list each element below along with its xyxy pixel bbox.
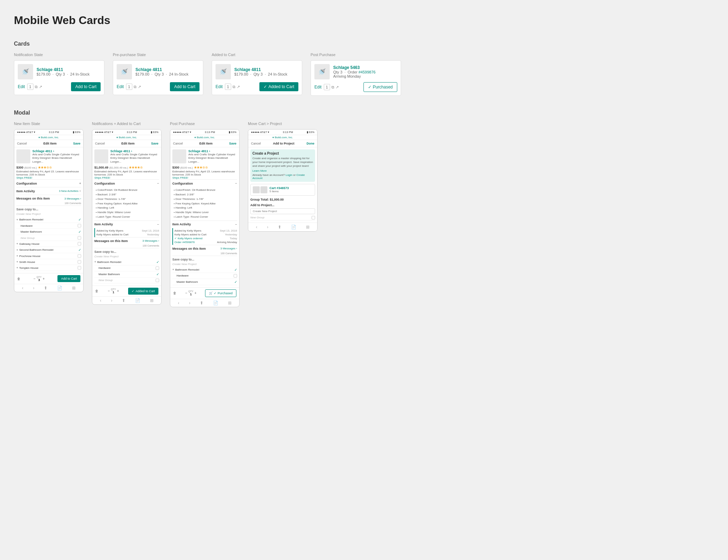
share-icon[interactable]: ↗ [138,85,141,89]
project-sub-item[interactable]: Master Bathroom ✓ [172,279,237,285]
nav-cancel[interactable]: Cancel [95,142,105,145]
qty-plus-button[interactable]: + [117,289,119,293]
bookmark-icon[interactable]: 📄 [135,298,140,303]
nav-save[interactable]: Save [151,142,158,145]
qty-plus-button[interactable]: + [42,277,45,281]
share-icon[interactable]: ⬆ [200,301,203,305]
delete-button[interactable]: 🗑 [17,277,21,281]
edit-link[interactable]: Edit [117,84,124,89]
back-icon[interactable]: ‹ [22,286,23,290]
share-icon[interactable]: ⬆ [122,298,125,303]
check-box [234,274,237,278]
new-group-row[interactable]: New Group [250,215,315,220]
share-icon[interactable]: ↗ [237,85,240,89]
project-item[interactable]: + Second Bathroom Remodel ✓ [16,247,81,253]
tabs-icon[interactable]: ⊞ [150,298,154,303]
state-label-notification: Notification State [14,53,104,57]
learn-more-link[interactable]: Learn More [252,169,313,172]
add-to-cart-button[interactable]: Add to Cart [170,82,199,91]
create-new-project[interactable]: Create New Project [172,263,237,266]
edit-link[interactable]: Edit [216,84,223,89]
activity-row[interactable]: Item Activity 3 New Activities + [16,187,81,195]
qty-minus-button[interactable]: − [185,291,187,295]
project-sub-item-new-group[interactable]: New Group [16,235,81,241]
forward-icon[interactable]: › [33,286,34,290]
project-item[interactable]: + Smith House [16,259,81,265]
project-item[interactable]: + Tompkin House [16,265,81,271]
qty-box[interactable]: 1 [324,84,330,90]
configuration-row[interactable]: Configuration − [94,179,159,187]
delete-button[interactable]: 🗑 [173,291,177,295]
bookmark-icon[interactable]: 📄 [291,225,296,230]
nav-cancel[interactable]: Cancel [17,142,27,145]
forward-icon[interactable]: › [189,301,190,305]
project-item[interactable]: + Bathroom Remodel ✓ [94,259,159,265]
bookmark-icon[interactable]: 📄 [213,301,218,305]
add-to-cart-button[interactable]: Add to Cart [71,82,101,91]
project-item[interactable]: + Bathroom Remodel ✓ [16,217,81,223]
forward-icon[interactable]: › [267,225,268,230]
project-sub-item-new-group[interactable]: New Group [94,278,159,283]
nav-cancel[interactable]: Cancel [251,142,261,145]
product-title[interactable]: Schlage 4811 › [32,149,81,153]
copy-icon[interactable]: ⧉ [35,85,38,89]
forward-icon[interactable]: › [111,298,112,303]
edit-link[interactable]: Edit [314,85,322,90]
project-item[interactable]: + Bathroom Remodel ✓ [172,267,237,273]
added-to-cart-button[interactable]: ✓ Added to Cart [259,82,298,91]
edit-link[interactable]: Edit [18,84,25,89]
project-sub-item[interactable]: Hardware [172,273,237,279]
back-icon[interactable]: ‹ [256,225,257,230]
create-account-link[interactable]: Create Account [252,173,305,180]
order-number[interactable]: Order #4599876 [174,241,195,244]
qty-box[interactable]: 1 [27,84,33,90]
project-item[interactable]: + Galloway House [16,241,81,247]
copy-icon[interactable]: ⧉ [233,85,235,89]
messages-row[interactable]: Messages on this Item 3 Messages › [94,237,159,244]
qty-box[interactable]: 1 [126,84,132,90]
activity-row[interactable]: Item Activity − [172,220,237,228]
share-icon[interactable]: ⬆ [278,225,281,230]
configuration-row[interactable]: Configuration + [16,179,81,187]
qty-plus-button[interactable]: + [194,291,196,295]
purchased-button[interactable]: ✓ Purchased [363,82,397,92]
share-icon[interactable]: ⬆ [44,286,47,290]
qty-box[interactable]: 1 [225,84,231,90]
back-icon[interactable]: ‹ [100,298,101,303]
tabs-icon[interactable]: ⊞ [228,301,232,305]
share-icon[interactable]: ↗ [39,85,42,89]
phone-add-cart-button[interactable]: Add to Cart [57,275,80,282]
activity-date: Yesterday [147,233,159,236]
create-new-project[interactable]: Create New Project [16,212,81,216]
project-sub-item[interactable]: Master Bathroom ✓ [94,271,159,278]
nav-save[interactable]: Save [229,142,236,145]
create-new-project-input[interactable] [250,208,315,214]
share-icon[interactable]: ↗ [336,85,339,90]
nav-cancel[interactable]: Cancel [173,142,183,145]
product-title[interactable]: Schlage 4811 › [110,149,159,153]
nav-done[interactable]: Done [307,142,315,145]
configuration-row[interactable]: Configuration − [172,179,237,187]
tabs-icon[interactable]: ⊞ [306,225,310,230]
back-icon[interactable]: ‹ [178,301,179,305]
product-title[interactable]: Schlage 4811 › [188,149,237,153]
messages-row[interactable]: Messages on this Item 3 Messages › [172,245,237,252]
delete-button[interactable]: 🗑 [95,289,99,293]
project-sub-item[interactable]: Hardware [16,223,81,229]
phone-added-cart-button[interactable]: ✓ Added to Cart [128,288,158,295]
bookmark-icon[interactable]: 📄 [57,286,62,290]
tabs-icon[interactable]: ⊞ [72,286,76,290]
qty-minus-button[interactable]: − [33,277,36,281]
login-link[interactable]: Login [285,173,292,177]
nav-save[interactable]: Save [73,142,80,145]
project-sub-item[interactable]: Master Bathroom ✓ [16,229,81,235]
messages-row[interactable]: Messages on this Item 3 Messages › [16,195,81,202]
qty-minus-button[interactable]: − [108,289,110,293]
phone-purchased-button[interactable]: 🛒 ✓ Purchased [205,289,236,297]
project-item[interactable]: + Prochnow House [16,253,81,259]
project-sub-item[interactable]: Hardware [94,265,159,271]
activity-row[interactable]: Item Activity − [94,220,159,228]
create-new-project[interactable]: Create New Project [94,255,159,258]
copy-icon[interactable]: ⧉ [134,85,136,89]
copy-icon[interactable]: ⧉ [331,85,334,90]
